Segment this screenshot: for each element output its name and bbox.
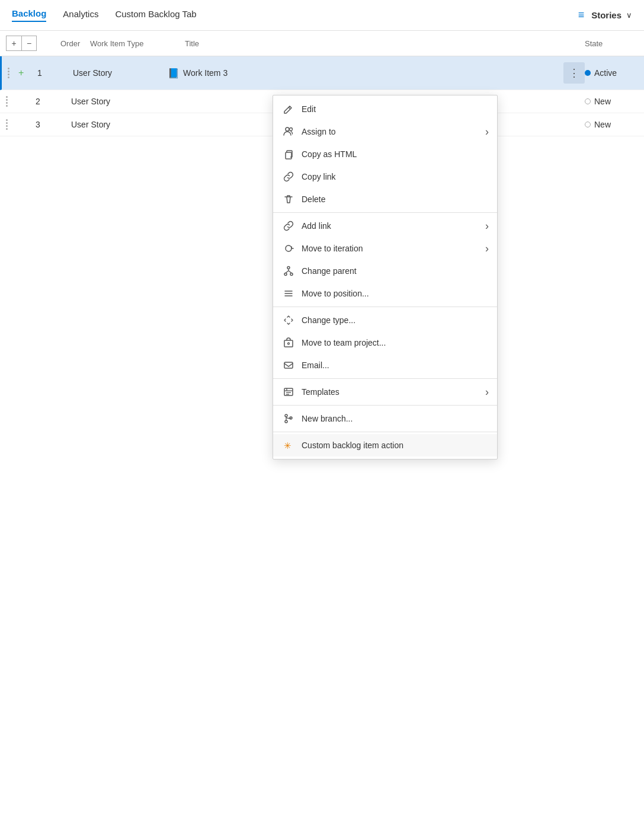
custom-action-label: Custom backlog item action: [302, 441, 488, 450]
state-label: New: [594, 120, 611, 129]
menu-item-move-project[interactable]: Move to team project...: [273, 331, 497, 354]
menu-item-edit[interactable]: Edit: [273, 98, 497, 120]
menu-item-copy-html[interactable]: Copy as HTML: [273, 143, 497, 165]
menu-item-add-link[interactable]: Add link: [273, 215, 497, 237]
new-branch-label: New branch...: [302, 414, 488, 423]
menu-item-custom-action[interactable]: ✳Custom backlog item action: [273, 434, 497, 457]
menu-item-change-type[interactable]: Change type...: [273, 309, 497, 331]
col-title-header: Title: [185, 39, 585, 48]
svg-rect-11: [284, 362, 293, 368]
copy-html-icon: [283, 148, 294, 160]
menu-item-assign-to[interactable]: Assign to: [273, 120, 497, 143]
nav-analytics[interactable]: Analytics: [63, 9, 98, 21]
state-dot-new: [585, 98, 591, 104]
stories-label[interactable]: Stories: [591, 10, 621, 20]
row-state: New: [585, 120, 644, 129]
edit-label: Edit: [302, 104, 488, 114]
nav-right: ≡ Stories ∨: [578, 9, 632, 21]
col-order-header: Order: [49, 39, 90, 48]
add-item-button[interactable]: +: [6, 36, 21, 51]
state-dot-active: [585, 70, 591, 76]
menu-divider: [273, 212, 497, 213]
menu-item-change-parent[interactable]: Change parent: [273, 260, 497, 282]
copy-html-label: Copy as HTML: [302, 149, 488, 159]
menu-item-delete[interactable]: Delete: [273, 188, 497, 210]
new-branch-icon: [283, 413, 294, 425]
menu-divider: [273, 378, 497, 379]
work-item-icon: 📘: [168, 68, 180, 79]
row-order: 2: [30, 97, 71, 106]
templates-label: Templates: [302, 387, 488, 397]
hamburger-icon[interactable]: ≡: [578, 9, 585, 21]
nav-backlog[interactable]: Backlog: [12, 8, 46, 22]
menu-item-templates[interactable]: Templates: [273, 381, 497, 403]
menu-divider: [273, 432, 497, 432]
col-type-header: Work Item Type: [90, 39, 185, 48]
svg-text:✳: ✳: [284, 441, 291, 451]
work-item-title-text: Work Item 3: [183, 68, 228, 78]
svg-point-10: [288, 343, 290, 344]
menu-divider: [273, 405, 497, 406]
delete-label: Delete: [302, 194, 488, 204]
row-state: New: [585, 97, 644, 106]
move-position-label: Move to position...: [302, 289, 488, 298]
move-iteration-icon: [283, 242, 294, 254]
edit-icon: [283, 103, 294, 115]
change-parent-icon: [283, 265, 294, 277]
nav-custom-tab[interactable]: Custom Backlog Tab: [115, 9, 196, 21]
add-child-icon[interactable]: +: [18, 68, 28, 78]
drag-handle[interactable]: [6, 119, 14, 130]
copy-link-icon: [283, 171, 294, 183]
menu-item-new-branch[interactable]: New branch...: [273, 407, 497, 430]
state-label: New: [594, 97, 611, 106]
row-more-button[interactable]: ⋮: [563, 62, 585, 84]
templates-icon: [283, 386, 294, 398]
row-work-item-type: User Story: [73, 68, 168, 78]
svg-point-1: [290, 128, 293, 131]
menu-item-move-position[interactable]: Move to position...: [273, 282, 497, 305]
move-project-icon: [283, 337, 294, 349]
delete-icon: [283, 193, 294, 205]
remove-item-button[interactable]: −: [21, 36, 37, 51]
chevron-icon[interactable]: ∨: [626, 11, 632, 20]
menu-item-copy-link[interactable]: Copy link: [273, 165, 497, 188]
move-project-label: Move to team project...: [302, 338, 488, 347]
row-title: 📘 Work Item 3: [168, 68, 563, 79]
svg-rect-2: [286, 152, 291, 159]
row-order: 1: [31, 68, 73, 78]
row-work-item-type: User Story: [71, 120, 166, 129]
table-header: + − Order Work Item Type Title State: [0, 31, 644, 56]
svg-rect-9: [284, 340, 293, 347]
assign-to-icon: [283, 126, 294, 138]
row-state: Active: [585, 68, 644, 78]
add-link-label: Add link: [302, 221, 488, 231]
change-type-icon: [283, 314, 294, 326]
col-state-header: State: [585, 39, 644, 48]
change-parent-label: Change parent: [302, 266, 488, 276]
copy-link-label: Copy link: [302, 172, 488, 181]
context-menu: EditAssign toCopy as HTMLCopy linkDelete…: [273, 95, 498, 460]
state-label: Active: [594, 68, 617, 78]
add-link-icon: [283, 220, 294, 232]
top-nav: Backlog Analytics Custom Backlog Tab ≡ S…: [0, 0, 644, 31]
change-type-label: Change type...: [302, 315, 488, 325]
email-label: Email...: [302, 360, 488, 370]
table-row[interactable]: + 1 User Story 📘 Work Item 3 ⋮ Active: [0, 56, 644, 90]
app-container: Backlog Analytics Custom Backlog Tab ≡ S…: [0, 0, 644, 836]
email-icon: [283, 359, 294, 371]
menu-item-move-iteration[interactable]: Move to iteration: [273, 237, 497, 260]
move-position-icon: [283, 288, 294, 299]
menu-item-email[interactable]: Email...: [273, 354, 497, 376]
drag-handle[interactable]: [8, 68, 16, 78]
move-iteration-label: Move to iteration: [302, 244, 488, 253]
drag-handle[interactable]: [6, 96, 14, 107]
state-dot-new: [585, 122, 591, 127]
row-order: 3: [30, 120, 71, 129]
custom-action-icon: ✳: [283, 439, 294, 451]
svg-point-0: [286, 127, 289, 131]
row-work-item-type: User Story: [71, 97, 166, 106]
table-controls: + −: [6, 36, 37, 51]
assign-to-label: Assign to: [302, 127, 488, 136]
menu-divider: [273, 307, 497, 307]
